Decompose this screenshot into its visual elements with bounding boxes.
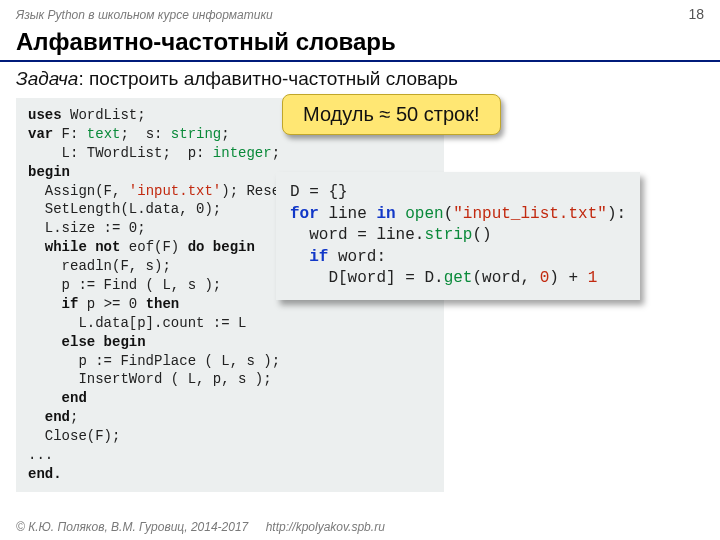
callout-bubble: Модуль ≈ 50 строк!	[282, 94, 501, 135]
footer: © К.Ю. Поляков, В.М. Гуровиц, 2014-2017 …	[16, 520, 385, 534]
page-number: 18	[688, 6, 704, 22]
task-line: Задача: построить алфавитно-частотный сл…	[0, 62, 720, 98]
copyright: © К.Ю. Поляков, В.М. Гуровиц, 2014-2017	[16, 520, 248, 534]
slide-title: Алфавитно-частотный словарь	[0, 24, 720, 62]
task-text: : построить алфавитно-частотный словарь	[78, 68, 458, 89]
python-code: D = {} for line in open("input_list.txt"…	[276, 172, 640, 300]
content-stage: uses WordList; var F: text; s: string; L…	[0, 98, 720, 492]
footer-url: http://kpolyakov.spb.ru	[266, 520, 385, 534]
task-label: Задача	[16, 68, 78, 89]
course-label: Язык Python в школьном курсе информатики	[16, 8, 273, 22]
header-bar: Язык Python в школьном курсе информатики…	[0, 0, 720, 24]
